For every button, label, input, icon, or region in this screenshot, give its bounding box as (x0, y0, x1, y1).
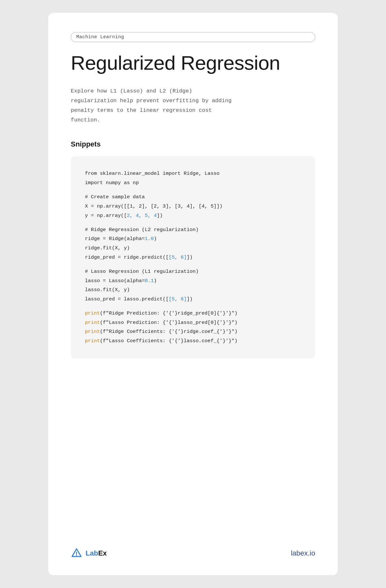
svg-point-2 (76, 555, 77, 556)
labex-logo-icon (71, 548, 82, 559)
code-line-16: print(f"Ridge Coefficients: {'{'}ridge.c… (85, 327, 301, 336)
footer-url: labex.io (291, 549, 315, 557)
code-gap-4 (85, 304, 301, 309)
code-line-6: # Ridge Regression (L2 regularization) (85, 225, 301, 235)
logo-area: LabEx (71, 548, 107, 559)
code-block: from sklearn.linear_model import Ridge, … (71, 156, 315, 358)
code-line-11: lasso = Lasso(alpha=0.1) (85, 276, 301, 286)
code-line-4: X = np.array([[1, 2], [2, 3], [3, 4], [4… (85, 202, 301, 211)
main-card: Machine Learning Regularized Regression … (48, 13, 338, 575)
code-line-9: ridge_pred = ridge.predict([[5, 6]]) (85, 253, 301, 262)
code-line-1: from sklearn.linear_model import Ridge, … (85, 169, 301, 178)
description-text: Explore how L1 (Lasso) and L2 (Ridge) re… (71, 86, 315, 125)
code-line-2: import numpy as np (85, 178, 301, 188)
code-line-7: ridge = Ridge(alpha=1.0) (85, 234, 301, 244)
category-tag: Machine Learning (71, 32, 315, 42)
code-line-5: y = np.array([2, 4, 5, 4]) (85, 211, 301, 220)
code-gap-2 (85, 220, 301, 225)
footer: LabEx labex.io (71, 532, 315, 559)
code-line-13: lasso_pred = lasso.predict([[5, 6]]) (85, 295, 301, 304)
code-line-15: print(f"Lasso Prediction: {'{'}lasso_pre… (85, 318, 301, 327)
code-line-3: # Create sample data (85, 192, 301, 202)
code-gap-3 (85, 262, 301, 267)
code-line-12: lasso.fit(X, y) (85, 285, 301, 295)
code-line-8: ridge.fit(X, y) (85, 244, 301, 253)
page-title: Regularized Regression (71, 51, 315, 75)
snippets-heading: Snippets (71, 140, 315, 148)
code-line-10: # Lasso Regression (L1 regularization) (85, 267, 301, 276)
code-gap-1 (85, 188, 301, 193)
code-line-17: print(f"Lasso Coefficients: {'{'}lasso.c… (85, 336, 301, 346)
code-line-14: print(f"Ridge Prediction: {'{'}ridge_pre… (85, 309, 301, 318)
logo-text: LabEx (86, 549, 107, 557)
